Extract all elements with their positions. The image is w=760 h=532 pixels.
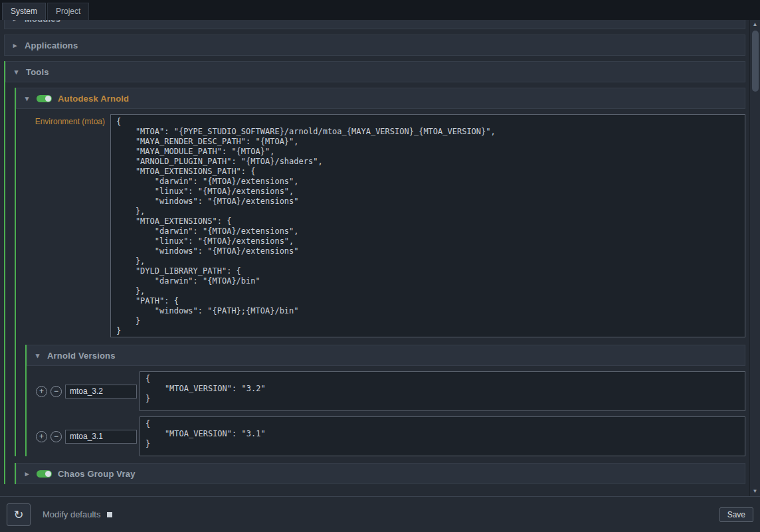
collapse-arrow-icon: ▸: [11, 41, 19, 50]
version-key-input[interactable]: [65, 385, 137, 399]
modify-defaults-label: Modify defaults: [43, 509, 100, 519]
collapse-arrow-icon: ▸: [23, 470, 31, 478]
section-arnold-header[interactable]: ▾ Autodesk Arnold: [16, 88, 745, 109]
settings-window: System Project ▸ Modules ▸ Applications …: [0, 0, 760, 532]
vray-enabled-toggle[interactable]: [37, 470, 52, 478]
main-area: ▸ Modules ▸ Applications ▾ Tools ▾: [0, 20, 760, 496]
environment-field-row: Environment (mtoa) { "MTOA": "{PYPE_STUD…: [21, 114, 745, 337]
save-button[interactable]: Save: [719, 507, 753, 522]
tab-project[interactable]: Project: [47, 3, 89, 20]
tab-bar: System Project: [0, 0, 760, 20]
modify-defaults-checkbox[interactable]: [107, 512, 112, 517]
expand-arrow-icon: ▾: [13, 68, 20, 76]
scroll-up-icon[interactable]: ▲: [750, 20, 760, 29]
section-tools-label: Tools: [26, 67, 49, 77]
version-json-editor[interactable]: { "MTOA_VERSION": "3.1" }: [140, 416, 745, 456]
section-arnold-group: ▾ Autodesk Arnold Environment (mtoa) { "…: [15, 88, 745, 456]
version-row: + − { "MTOA_VERSION": "3.1" }: [36, 416, 745, 456]
section-modules-label: Modules: [25, 20, 60, 24]
section-vray-label: Chaos Group Vray: [58, 469, 136, 479]
arnold-versions-group: ▾ Arnold Versions + − { "MTOA_VERSION": …: [25, 345, 745, 456]
tab-system[interactable]: System: [2, 3, 46, 20]
footer-bar: ↻ Modify defaults Save: [0, 496, 760, 532]
refresh-button[interactable]: ↻: [7, 503, 31, 526]
version-json-editor[interactable]: { "MTOA_VERSION": "3.2" }: [140, 371, 745, 411]
expand-arrow-icon: ▾: [34, 351, 41, 360]
section-applications-label: Applications: [25, 41, 78, 50]
section-vray-header[interactable]: ▸ Chaos Group Vray: [16, 463, 745, 484]
environment-label: Environment (mtoa): [21, 114, 110, 337]
settings-scroll-area: ▸ Modules ▸ Applications ▾ Tools ▾: [0, 20, 749, 496]
arnold-versions-label: Arnold Versions: [47, 351, 116, 361]
remove-version-button[interactable]: −: [50, 386, 62, 397]
version-row: + − { "MTOA_VERSION": "3.2" }: [36, 371, 745, 411]
scroll-down-icon[interactable]: ▼: [750, 487, 760, 496]
environment-json-editor[interactable]: { "MTOA": "{PYPE_STUDIO_SOFTWARE}/arnold…: [110, 114, 745, 337]
section-tools-group: ▾ Tools ▾ Autodesk Arnold Environment (m…: [4, 61, 745, 484]
section-modules-header[interactable]: ▸ Modules: [4, 20, 745, 29]
section-applications-header[interactable]: ▸ Applications: [4, 35, 745, 56]
add-version-button[interactable]: +: [36, 386, 47, 397]
section-vray-group: ▸ Chaos Group Vray: [15, 463, 745, 484]
scroll-thumb[interactable]: [752, 31, 759, 92]
version-key-input[interactable]: [65, 430, 137, 444]
section-tools-header[interactable]: ▾ Tools: [5, 61, 745, 82]
section-arnold-label: Autodesk Arnold: [58, 94, 129, 104]
arnold-enabled-toggle[interactable]: [37, 95, 52, 102]
expand-arrow-icon: ▾: [23, 94, 31, 103]
remove-version-button[interactable]: −: [50, 431, 62, 442]
refresh-icon: ↻: [13, 508, 23, 521]
collapse-arrow-icon: ▸: [11, 20, 19, 23]
vertical-scrollbar[interactable]: ▲ ▼: [749, 20, 760, 496]
arnold-versions-header[interactable]: ▾ Arnold Versions: [27, 345, 745, 366]
add-version-button[interactable]: +: [36, 431, 47, 442]
